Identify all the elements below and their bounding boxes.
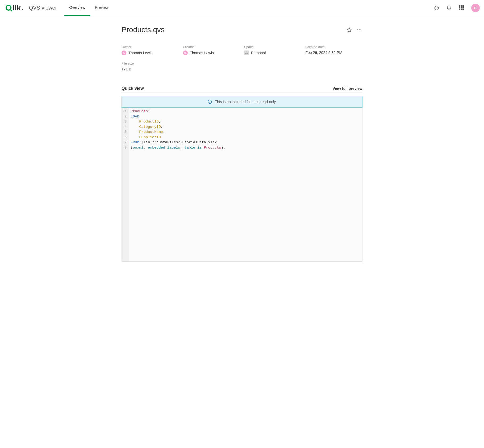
star-icon [347,27,352,32]
code-line: (ooxml, embedded labels, table is Produc… [131,145,226,150]
filesize-label: File size [122,62,179,65]
line-number: 8 [124,145,127,150]
tab-overview[interactable]: Overview [64,0,90,16]
tab-preview[interactable]: Preview [90,0,114,16]
scroll-area[interactable]: Products.qvs Owner TL Thomas Lewis Creat… [0,16,484,448]
quickview-title: Quick view [122,86,144,91]
user-avatar[interactable]: TL [471,4,480,12]
code-line: CategoryID, [131,124,226,130]
header-icons: TL [433,4,480,12]
line-number: 6 [124,135,127,140]
content: Products.qvs Owner TL Thomas Lewis Creat… [122,16,362,268]
owner-label: Owner [122,45,179,49]
space-label: Space [244,45,301,49]
filesize-value: 171 B [122,67,131,71]
favorite-button[interactable] [346,27,352,33]
readonly-message: This is an included file. It is read-onl… [215,100,277,104]
readonly-banner: This is an included file. It is read-onl… [122,96,362,108]
logo-text: lik [13,4,21,12]
creator-label: Creator [183,45,240,49]
space-name: Personal [251,51,266,55]
created-date-field: Created date Feb 26, 2024 5:32 PM [306,45,363,55]
svg-point-11 [210,101,210,101]
editor-code: Products:LOAD ProductID, CategoryID, Pro… [128,108,228,261]
personal-space-icon [244,50,249,55]
creator-field: Creator TL Thomas Lewis [183,45,240,55]
line-number: 2 [124,114,127,119]
view-full-preview-link[interactable]: View full preview [332,86,362,91]
owner-avatar: TL [122,50,126,55]
creator-name: Thomas Lewis [190,51,214,55]
svg-point-5 [357,29,358,30]
line-number: 7 [124,140,127,145]
app-launcher-icon[interactable] [457,4,465,12]
svg-line-1 [10,9,12,11]
qlik-q-icon [5,5,12,11]
more-horizontal-icon [357,27,362,32]
metadata-grid: Owner TL Thomas Lewis Creator TL Thomas … [122,45,362,71]
owner-name: Thomas Lewis [128,51,152,55]
line-number: 1 [124,109,127,114]
owner-field: Owner TL Thomas Lewis [122,45,179,55]
svg-point-3 [436,9,437,9]
svg-point-6 [359,29,360,30]
created-date-value: Feb 26, 2024 5:32 PM [306,50,343,55]
created-date-label: Created date [306,45,363,49]
code-line: LOAD [131,114,226,119]
title-row: Products.qvs [122,26,362,34]
line-number: 3 [124,119,127,124]
code-editor: 12345678 Products:LOAD ProductID, Catego… [122,108,362,262]
svg-marker-4 [347,28,352,32]
app-title: QVS viewer [29,5,57,11]
code-line: ProductName, [131,129,226,135]
page-title: Products.qvs [122,26,342,34]
qlik-logo[interactable]: lik [5,4,23,12]
more-actions-button[interactable] [356,27,362,33]
line-number: 4 [124,124,127,130]
space-field: Space Personal [244,45,301,55]
notifications-icon[interactable] [445,4,453,12]
editor-gutter: 12345678 [122,108,128,261]
svg-point-7 [360,29,361,30]
help-icon[interactable] [433,4,440,12]
code-line: FROM [lib://:DataFiles/TutorialData.xlsx… [131,140,226,145]
code-line: Products: [131,109,226,114]
line-number: 5 [124,129,127,135]
code-line: SupplierID [131,135,226,140]
header-tabs: Overview Preview [64,0,113,16]
code-line: ProductID, [131,119,226,124]
creator-avatar: TL [183,50,188,55]
top-header: lik QVS viewer Overview Preview TL [0,0,484,16]
info-icon [207,99,212,104]
logo-dot [22,9,23,10]
quickview-header: Quick view View full preview [122,86,362,93]
filesize-field: File size 171 B [122,62,179,71]
svg-point-8 [246,52,247,53]
